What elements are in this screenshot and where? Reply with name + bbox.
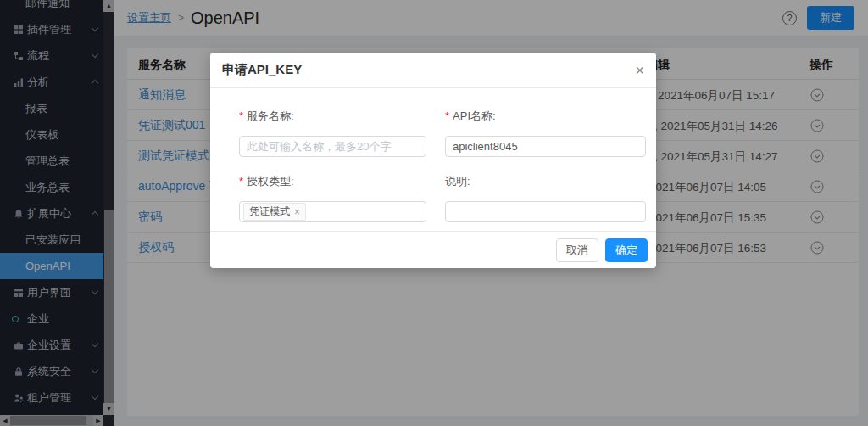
required-asterisk: * — [239, 175, 243, 188]
auth-type-field: *授权类型: 凭证模式 × — [239, 164, 426, 222]
service-name-field: *服务名称: — [239, 98, 426, 157]
auth-type-label: *授权类型: — [239, 174, 426, 189]
modal-header: 申请API_KEY × — [210, 53, 656, 88]
api-name-label: *API名称: — [445, 109, 646, 124]
modal-title: 申请API_KEY — [222, 62, 635, 78]
service-name-label: *服务名称: — [239, 109, 426, 124]
service-name-input[interactable] — [239, 136, 426, 157]
auth-type-select[interactable]: 凭证模式 × — [239, 201, 426, 222]
description-label: 说明: — [445, 174, 646, 189]
tag-remove-icon[interactable]: × — [294, 206, 300, 218]
modal-body: *服务名称: *API名称: *授权类型: 凭证模式 × — [210, 88, 656, 231]
ok-button[interactable]: 确定 — [605, 238, 648, 262]
apply-api-key-modal: 申请API_KEY × *服务名称: *API名称: *授权类型: — [210, 53, 656, 268]
cancel-button[interactable]: 取消 — [556, 238, 598, 262]
api-name-input[interactable] — [445, 136, 646, 157]
description-field: 说明: — [445, 164, 646, 222]
required-asterisk: * — [239, 109, 243, 122]
required-asterisk: * — [445, 109, 449, 122]
description-input[interactable] — [445, 201, 646, 222]
modal-footer: 取消 确定 — [210, 231, 656, 268]
api-name-field: *API名称: — [445, 98, 646, 157]
openapi-settings-screen: 邮件通知 插件管理 流程 分析 报表 仪表板 管理总表 业务总表 — [0, 0, 868, 426]
close-icon[interactable]: × — [635, 63, 644, 78]
auth-type-tag: 凭证模式 × — [243, 203, 306, 221]
